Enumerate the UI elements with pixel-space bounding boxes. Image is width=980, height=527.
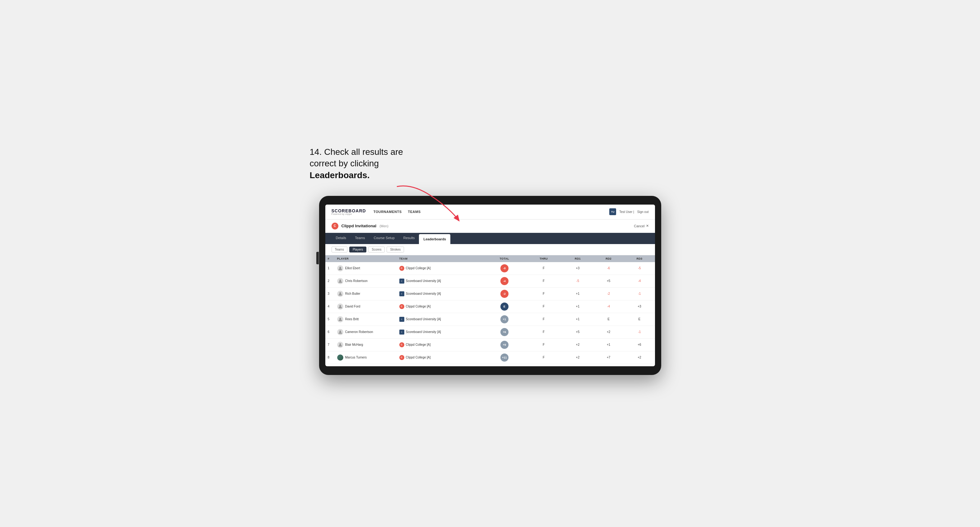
user-avatar: TU bbox=[609, 208, 616, 215]
team-logo: C bbox=[399, 355, 404, 360]
filter-bar: Teams Players Scores Strokes bbox=[325, 244, 655, 255]
team-name: Scoreboard University [A] bbox=[406, 279, 441, 283]
cell-rd2: -4 bbox=[593, 300, 624, 313]
col-header-rd3: RD3 bbox=[624, 255, 655, 262]
cell-rd2: +2 bbox=[593, 325, 624, 338]
logo-text: SCOREBOARD bbox=[331, 209, 366, 213]
instruction-text: 14. Check all results are correct by cli… bbox=[310, 146, 415, 181]
filter-strokes[interactable]: Strokes bbox=[387, 246, 404, 252]
sign-out-link[interactable]: Sign out bbox=[637, 210, 649, 214]
cell-player: David Ford bbox=[335, 300, 397, 313]
instruction-step: 14. Check all results are correct by cli… bbox=[310, 147, 403, 168]
nav-right: TU Test User | Sign out bbox=[609, 208, 649, 215]
cell-rd1: -5 bbox=[562, 275, 593, 287]
team-name: Clippd College [A] bbox=[406, 356, 431, 359]
cell-rd1: +5 bbox=[562, 325, 593, 338]
filter-teams[interactable]: Teams bbox=[331, 246, 347, 252]
tablet-frame: SCOREBOARD Powered by clippd TOURNAMENTS… bbox=[319, 196, 661, 375]
svg-point-1 bbox=[339, 267, 341, 268]
team-name: Clippd College [A] bbox=[406, 267, 431, 270]
cell-team: ≡Scoreboard University [A] bbox=[397, 313, 484, 325]
cell-player: Cameron Robertson bbox=[335, 325, 397, 338]
tab-results[interactable]: Results bbox=[399, 233, 419, 244]
cell-team: CClippd College [A] bbox=[397, 300, 484, 313]
tournament-header: C Clippd Invitational (Men) Cancel ✕ bbox=[325, 219, 655, 233]
cancel-button[interactable]: Cancel ✕ bbox=[634, 224, 649, 228]
team-logo: ≡ bbox=[399, 317, 404, 322]
team-logo: ≡ bbox=[399, 279, 404, 284]
page-wrapper: 14. Check all results are correct by cli… bbox=[319, 152, 661, 375]
cell-rd2: +7 bbox=[593, 351, 624, 364]
cell-rd3: -4 bbox=[624, 275, 655, 287]
filter-players[interactable]: Players bbox=[349, 246, 366, 252]
player-avatar bbox=[337, 291, 344, 297]
col-header-rd1: RD1 bbox=[562, 255, 593, 262]
nav-tournaments[interactable]: TOURNAMENTS bbox=[374, 209, 402, 215]
table-row: 4David FordCClippd College [A]EF+1-4+3 bbox=[325, 300, 655, 313]
cell-rd1: +1 bbox=[562, 287, 593, 300]
cell-rank: 2 bbox=[325, 275, 335, 287]
user-label: Test User | bbox=[619, 210, 634, 214]
cell-thru: F bbox=[525, 351, 562, 364]
leaderboard-table: # PLAYER TEAM TOTAL THRU RD1 RD2 RD3 1El… bbox=[325, 255, 655, 364]
tournament-icon: C bbox=[331, 222, 338, 229]
cell-rd2: E bbox=[593, 313, 624, 325]
cell-thru: F bbox=[525, 325, 562, 338]
player-avatar bbox=[337, 316, 344, 322]
player-avatar bbox=[337, 278, 344, 284]
team-logo: ≡ bbox=[399, 330, 404, 335]
team-name: Scoreboard University [A] bbox=[406, 330, 441, 333]
cell-total: -8 bbox=[484, 262, 525, 275]
svg-point-7 bbox=[339, 343, 341, 345]
col-header-team: TEAM bbox=[397, 255, 484, 262]
tab-details[interactable]: Details bbox=[331, 233, 351, 244]
cell-rd3: +2 bbox=[624, 351, 655, 364]
cell-rank: 6 bbox=[325, 325, 335, 338]
cell-thru: F bbox=[525, 313, 562, 325]
player-name: David Ford bbox=[345, 305, 361, 308]
cell-team: ≡Scoreboard University [A] bbox=[397, 325, 484, 338]
cell-rd3: -1 bbox=[624, 325, 655, 338]
tab-leaderboards[interactable]: Leaderboards bbox=[419, 234, 450, 244]
filter-scores[interactable]: Scores bbox=[368, 246, 385, 252]
table-row: 7Blair McHargCClippd College [A]+9F+2+1+… bbox=[325, 338, 655, 351]
table-row: 5Rees Britt≡Scoreboard University [A]+1F… bbox=[325, 313, 655, 325]
cell-team: CClippd College [A] bbox=[397, 338, 484, 351]
player-name: Rich Butler bbox=[345, 292, 361, 295]
player-name: Chris Robertson bbox=[345, 279, 368, 283]
cell-rank: 1 bbox=[325, 262, 335, 275]
col-header-total: TOTAL bbox=[484, 255, 525, 262]
cell-team: CClippd College [A] bbox=[397, 262, 484, 275]
svg-point-4 bbox=[339, 305, 341, 307]
cell-player: Chris Robertson bbox=[335, 275, 397, 287]
player-avatar bbox=[337, 265, 344, 271]
team-name: Clippd College [A] bbox=[406, 343, 431, 346]
cell-rd3: -5 bbox=[624, 262, 655, 275]
table-row: 6Cameron Robertson≡Scoreboard University… bbox=[325, 325, 655, 338]
team-name: Scoreboard University [A] bbox=[406, 292, 441, 295]
cell-rank: 5 bbox=[325, 313, 335, 325]
tab-course-setup[interactable]: Course Setup bbox=[369, 233, 399, 244]
cell-player: Elliot Ebert bbox=[335, 262, 397, 275]
tab-teams[interactable]: Teams bbox=[350, 233, 369, 244]
player-name: Blair McHarg bbox=[345, 343, 363, 346]
cancel-label: Cancel bbox=[634, 224, 644, 228]
cell-rank: 3 bbox=[325, 287, 335, 300]
team-name: Clippd College [A] bbox=[406, 305, 431, 308]
svg-point-6 bbox=[339, 330, 341, 332]
cell-total: +6 bbox=[484, 325, 525, 338]
instruction-bold: Leaderboards. bbox=[310, 170, 370, 180]
cell-rank: 4 bbox=[325, 300, 335, 313]
cell-rd1: +3 bbox=[562, 262, 593, 275]
cell-rd2: -6 bbox=[593, 262, 624, 275]
svg-point-5 bbox=[339, 318, 341, 320]
player-avatar bbox=[337, 329, 344, 335]
cell-thru: F bbox=[525, 338, 562, 351]
nav-teams[interactable]: TEAMS bbox=[408, 209, 420, 215]
cell-rd3: -1 bbox=[624, 287, 655, 300]
team-logo: C bbox=[399, 342, 404, 347]
cell-rd1: +2 bbox=[562, 338, 593, 351]
cell-thru: F bbox=[525, 275, 562, 287]
top-nav: SCOREBOARD Powered by clippd TOURNAMENTS… bbox=[325, 205, 655, 219]
tournament-gender: (Men) bbox=[379, 224, 388, 228]
